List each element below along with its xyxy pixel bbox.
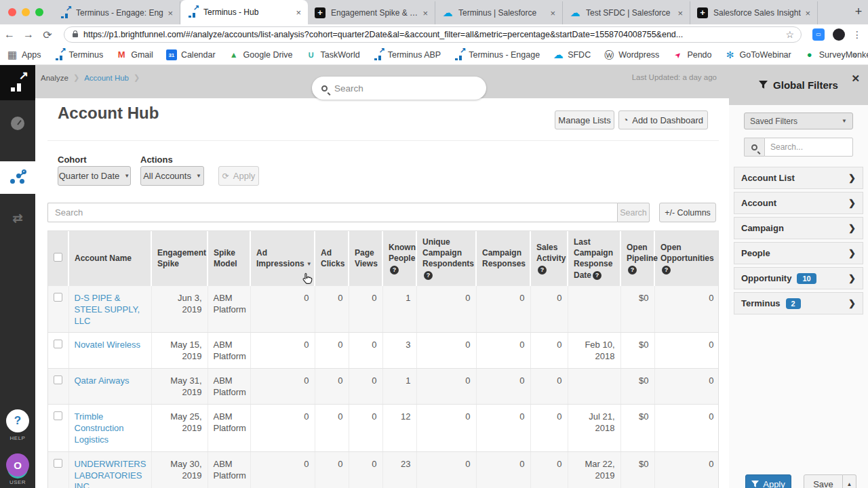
account-link[interactable]: UNDERWRITERS LABORATORIES INC. xyxy=(75,459,146,488)
close-window-button[interactable] xyxy=(8,8,16,16)
cell-spike-model: ABM Platform xyxy=(208,404,250,451)
global-search[interactable]: Search xyxy=(312,77,486,100)
new-tab-button[interactable]: + xyxy=(849,5,868,19)
bookmark-item[interactable]: Terminus - Engage xyxy=(454,49,540,60)
extension-icon[interactable] xyxy=(833,28,845,41)
bookmark-item[interactable]: Calendar xyxy=(166,49,216,60)
close-icon[interactable]: ✕ xyxy=(851,73,860,83)
browser-menu-icon[interactable]: ⋮ xyxy=(849,29,865,40)
table-search-input[interactable] xyxy=(47,203,617,222)
table-search-button[interactable]: Search xyxy=(617,203,650,222)
forward-icon[interactable]: → xyxy=(19,28,38,41)
column-header[interactable]: Campaign Responses xyxy=(476,231,530,286)
browser-tab[interactable]: Terminus | Salesforce × xyxy=(435,1,563,24)
bookmark-item[interactable]: Apps xyxy=(7,49,41,60)
account-link[interactable]: D-S PIPE & STEEL SUPPLY, LLC xyxy=(75,293,140,326)
bookmark-item[interactable]: SFDC xyxy=(553,49,591,60)
bookmark-item[interactable]: TaskWorld xyxy=(306,49,360,60)
browser-tab[interactable]: Salesforce Sales Insight × xyxy=(690,1,818,24)
tab-close-icon[interactable]: × xyxy=(676,8,684,18)
sidebar-item-home[interactable] xyxy=(0,65,35,100)
tab-close-icon[interactable]: × xyxy=(166,8,174,18)
column-header[interactable]: Sales Activity? xyxy=(530,231,568,286)
filter-category-item[interactable]: Campaign ❯ xyxy=(734,217,863,239)
bookmark-item[interactable]: Terminus xyxy=(54,49,104,60)
url-text[interactable]: https://p1.brightfunnel.com/#/analyze/ac… xyxy=(83,30,780,39)
save-options-button[interactable]: ▲ xyxy=(843,474,856,488)
account-link[interactable]: Qatar Airways xyxy=(75,375,130,386)
column-header[interactable]: Ad Clicks xyxy=(315,231,349,286)
bookmark-item[interactable]: Wordpress xyxy=(604,49,659,60)
filters-search-input[interactable] xyxy=(764,138,853,157)
help-icon[interactable]: ? xyxy=(538,266,547,274)
bookmarks-overflow-icon[interactable]: » xyxy=(852,49,863,60)
zoom-extension-icon[interactable]: ▭ xyxy=(812,28,825,41)
address-bar[interactable]: https://p1.brightfunnel.com/#/analyze/ac… xyxy=(64,26,802,43)
help-button[interactable]: ? xyxy=(6,409,29,432)
bookmark-star-icon[interactable]: ☆ xyxy=(785,29,794,40)
tab-close-icon[interactable]: × xyxy=(549,8,557,18)
tab-close-icon[interactable]: × xyxy=(421,8,429,18)
row-checkbox[interactable] xyxy=(54,459,62,468)
secure-lock-icon[interactable] xyxy=(73,33,78,37)
bookmark-item[interactable]: Pendo xyxy=(672,49,711,60)
help-icon[interactable]: ? xyxy=(593,271,601,280)
filter-category-item[interactable]: People ❯ xyxy=(734,242,863,264)
column-header[interactable]: Account Name xyxy=(68,231,151,286)
actions-dropdown[interactable]: All Accounts ▼ xyxy=(140,166,204,186)
filter-category-item[interactable]: Opportunity 10 ❯ xyxy=(734,267,863,289)
bookmark-item[interactable]: GoToWebinar xyxy=(725,49,791,60)
apply-actions-button[interactable]: ⟳ Apply xyxy=(218,166,259,186)
back-icon[interactable]: ← xyxy=(0,28,19,41)
tab-close-icon[interactable]: × xyxy=(294,7,302,18)
cell-campaign-responses: 0 xyxy=(476,333,530,369)
bookmark-item[interactable]: Gmail xyxy=(116,49,153,60)
row-checkbox[interactable] xyxy=(54,411,62,420)
row-checkbox[interactable] xyxy=(54,293,62,302)
cohort-dropdown[interactable]: Quarter to Date ▼ xyxy=(58,166,131,186)
row-checkbox[interactable] xyxy=(54,340,62,348)
sidebar-item-analyze[interactable] xyxy=(0,161,35,194)
column-header[interactable]: Spike Model xyxy=(208,231,250,286)
save-filters-button[interactable]: Save xyxy=(804,474,843,488)
row-checkbox[interactable] xyxy=(54,375,62,384)
browser-tab[interactable]: Test SFDC | Salesforce × xyxy=(563,1,690,24)
column-header[interactable]: Known People? xyxy=(382,231,416,286)
browser-tab[interactable]: Terminus - Engage: Eng × xyxy=(53,1,180,24)
filter-category-item[interactable]: Account List ❯ xyxy=(734,167,863,189)
columns-toggle-button[interactable]: +/- Columns xyxy=(659,203,716,222)
help-icon[interactable]: ? xyxy=(628,266,637,274)
account-link[interactable]: Novatel Wireless xyxy=(75,340,141,350)
select-all-checkbox[interactable] xyxy=(54,253,62,262)
fullscreen-window-button[interactable] xyxy=(35,8,43,16)
account-link[interactable]: Trimble Construction Logistics xyxy=(75,411,124,445)
manage-lists-button[interactable]: Manage Lists xyxy=(555,110,614,129)
bookmark-item[interactable]: Google Drive xyxy=(229,49,293,60)
column-header[interactable]: Unique Campaign Respondents? xyxy=(416,231,476,286)
column-header[interactable]: Open Opportunities? xyxy=(654,231,719,286)
add-to-dashboard-button[interactable]: ◔ Add to Dashboard xyxy=(618,110,708,129)
help-icon[interactable]: ? xyxy=(390,266,399,274)
help-icon[interactable]: ? xyxy=(424,271,433,280)
breadcrumb-item[interactable]: Analyze xyxy=(41,74,68,82)
column-header[interactable]: Open Pipeline? xyxy=(620,231,654,286)
sort-desc-icon[interactable]: ▼ xyxy=(307,261,312,267)
minimize-window-button[interactable] xyxy=(22,8,30,16)
apply-filters-button[interactable]: Apply xyxy=(745,474,791,488)
filter-category-item[interactable]: Account ❯ xyxy=(734,192,863,214)
reload-icon[interactable]: ⟳ xyxy=(38,28,57,41)
sidebar-item-integrations[interactable]: ⇄ xyxy=(0,202,35,235)
bookmark-item[interactable]: Terminus ABP xyxy=(373,49,441,60)
breadcrumb-item[interactable]: Account Hub xyxy=(84,74,129,82)
saved-filters-dropdown[interactable]: Saved Filters ▼ xyxy=(744,113,853,129)
help-icon[interactable]: ? xyxy=(662,266,671,274)
column-header[interactable]: Engagement Spike xyxy=(151,231,208,286)
sidebar-item-dashboard[interactable] xyxy=(0,107,35,140)
filter-category-item[interactable]: Terminus 2 ❯ xyxy=(734,292,863,314)
user-avatar[interactable]: O xyxy=(6,453,29,476)
column-header[interactable]: Last Campaign Response Date? xyxy=(568,231,620,286)
tab-close-icon[interactable]: × xyxy=(804,8,812,18)
column-header[interactable]: Page Views xyxy=(349,231,382,286)
browser-tab[interactable]: Engagement Spike & En × xyxy=(308,1,435,24)
browser-tab[interactable]: Terminus - Hub × xyxy=(180,0,308,24)
